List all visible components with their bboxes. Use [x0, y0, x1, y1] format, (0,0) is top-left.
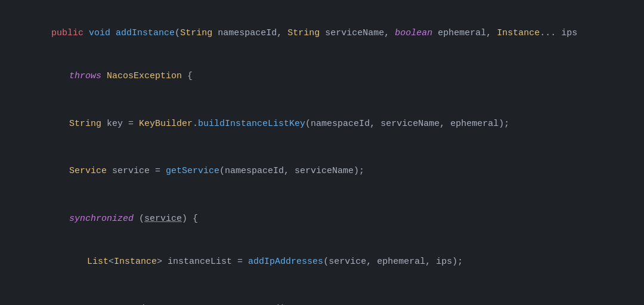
code-line-6: List<Instance> instanceList = addIpAddre… [30, 241, 626, 284]
code-line-7: Instances instances = new Instances(); [30, 288, 626, 305]
code-line-2: throws NacosException { [30, 55, 626, 98]
space [83, 28, 89, 38]
keyword-public: public [51, 28, 83, 38]
code-editor: public void addInstance(String namespace… [0, 0, 644, 305]
function-name: addInstance [116, 28, 175, 38]
code-line-3: String key = KeyBuilder.buildInstanceLis… [30, 103, 626, 146]
code-line-4: Service service = getService(namespaceId… [30, 150, 626, 193]
code-line-1: public void addInstance(String namespace… [30, 12, 626, 55]
keyword-void: void [89, 28, 110, 38]
code-line-5: synchronized (service) { [30, 198, 626, 241]
